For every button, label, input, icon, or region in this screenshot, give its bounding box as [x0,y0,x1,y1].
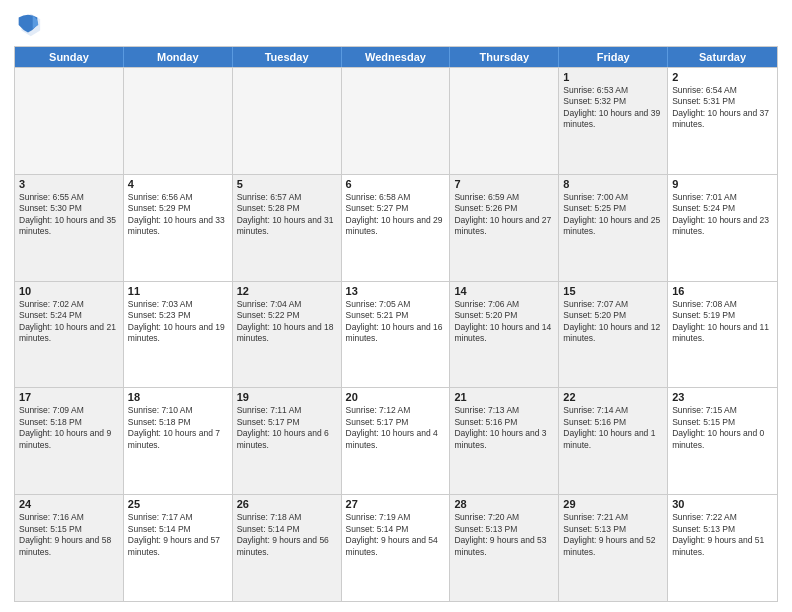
calendar-cell: 1Sunrise: 6:53 AM Sunset: 5:32 PM Daylig… [559,68,668,174]
cell-info: Sunrise: 7:00 AM Sunset: 5:25 PM Dayligh… [563,192,663,238]
calendar-cell: 25Sunrise: 7:17 AM Sunset: 5:14 PM Dayli… [124,495,233,601]
calendar-cell: 10Sunrise: 7:02 AM Sunset: 5:24 PM Dayli… [15,282,124,388]
calendar-cell [342,68,451,174]
calendar-cell: 6Sunrise: 6:58 AM Sunset: 5:27 PM Daylig… [342,175,451,281]
day-number: 21 [454,391,554,403]
calendar-cell: 18Sunrise: 7:10 AM Sunset: 5:18 PM Dayli… [124,388,233,494]
day-number: 25 [128,498,228,510]
calendar-cell: 15Sunrise: 7:07 AM Sunset: 5:20 PM Dayli… [559,282,668,388]
calendar-body: 1Sunrise: 6:53 AM Sunset: 5:32 PM Daylig… [15,67,777,601]
cell-info: Sunrise: 7:03 AM Sunset: 5:23 PM Dayligh… [128,299,228,345]
cell-info: Sunrise: 7:12 AM Sunset: 5:17 PM Dayligh… [346,405,446,451]
calendar-cell: 16Sunrise: 7:08 AM Sunset: 5:19 PM Dayli… [668,282,777,388]
calendar-cell [233,68,342,174]
cell-info: Sunrise: 6:53 AM Sunset: 5:32 PM Dayligh… [563,85,663,131]
calendar-cell: 22Sunrise: 7:14 AM Sunset: 5:16 PM Dayli… [559,388,668,494]
cell-info: Sunrise: 6:54 AM Sunset: 5:31 PM Dayligh… [672,85,773,131]
calendar-cell [15,68,124,174]
day-number: 4 [128,178,228,190]
cell-info: Sunrise: 7:20 AM Sunset: 5:13 PM Dayligh… [454,512,554,558]
calendar-cell: 17Sunrise: 7:09 AM Sunset: 5:18 PM Dayli… [15,388,124,494]
calendar-cell [450,68,559,174]
day-number: 15 [563,285,663,297]
calendar-cell: 3Sunrise: 6:55 AM Sunset: 5:30 PM Daylig… [15,175,124,281]
day-number: 5 [237,178,337,190]
logo-icon [14,10,42,38]
calendar-cell: 24Sunrise: 7:16 AM Sunset: 5:15 PM Dayli… [15,495,124,601]
cell-info: Sunrise: 7:17 AM Sunset: 5:14 PM Dayligh… [128,512,228,558]
calendar-cell [124,68,233,174]
cell-info: Sunrise: 7:04 AM Sunset: 5:22 PM Dayligh… [237,299,337,345]
cell-info: Sunrise: 6:55 AM Sunset: 5:30 PM Dayligh… [19,192,119,238]
calendar-row-5: 24Sunrise: 7:16 AM Sunset: 5:15 PM Dayli… [15,494,777,601]
calendar-cell: 23Sunrise: 7:15 AM Sunset: 5:15 PM Dayli… [668,388,777,494]
calendar-cell: 14Sunrise: 7:06 AM Sunset: 5:20 PM Dayli… [450,282,559,388]
day-number: 10 [19,285,119,297]
day-number: 20 [346,391,446,403]
cell-info: Sunrise: 7:15 AM Sunset: 5:15 PM Dayligh… [672,405,773,451]
weekday-header-monday: Monday [124,47,233,67]
weekday-header-saturday: Saturday [668,47,777,67]
weekday-header-sunday: Sunday [15,47,124,67]
day-number: 3 [19,178,119,190]
calendar-cell: 12Sunrise: 7:04 AM Sunset: 5:22 PM Dayli… [233,282,342,388]
calendar-cell: 30Sunrise: 7:22 AM Sunset: 5:13 PM Dayli… [668,495,777,601]
day-number: 14 [454,285,554,297]
day-number: 11 [128,285,228,297]
cell-info: Sunrise: 7:07 AM Sunset: 5:20 PM Dayligh… [563,299,663,345]
calendar-row-2: 3Sunrise: 6:55 AM Sunset: 5:30 PM Daylig… [15,174,777,281]
day-number: 18 [128,391,228,403]
cell-info: Sunrise: 7:22 AM Sunset: 5:13 PM Dayligh… [672,512,773,558]
weekday-header-thursday: Thursday [450,47,559,67]
calendar: SundayMondayTuesdayWednesdayThursdayFrid… [14,46,778,602]
calendar-row-3: 10Sunrise: 7:02 AM Sunset: 5:24 PM Dayli… [15,281,777,388]
day-number: 8 [563,178,663,190]
calendar-cell: 27Sunrise: 7:19 AM Sunset: 5:14 PM Dayli… [342,495,451,601]
cell-info: Sunrise: 6:56 AM Sunset: 5:29 PM Dayligh… [128,192,228,238]
day-number: 9 [672,178,773,190]
calendar-cell: 29Sunrise: 7:21 AM Sunset: 5:13 PM Dayli… [559,495,668,601]
calendar-cell: 20Sunrise: 7:12 AM Sunset: 5:17 PM Dayli… [342,388,451,494]
cell-info: Sunrise: 7:06 AM Sunset: 5:20 PM Dayligh… [454,299,554,345]
calendar-cell: 11Sunrise: 7:03 AM Sunset: 5:23 PM Dayli… [124,282,233,388]
day-number: 27 [346,498,446,510]
day-number: 17 [19,391,119,403]
weekday-header-tuesday: Tuesday [233,47,342,67]
calendar-row-1: 1Sunrise: 6:53 AM Sunset: 5:32 PM Daylig… [15,67,777,174]
calendar-cell: 19Sunrise: 7:11 AM Sunset: 5:17 PM Dayli… [233,388,342,494]
day-number: 16 [672,285,773,297]
logo [14,10,46,38]
cell-info: Sunrise: 6:59 AM Sunset: 5:26 PM Dayligh… [454,192,554,238]
cell-info: Sunrise: 7:21 AM Sunset: 5:13 PM Dayligh… [563,512,663,558]
cell-info: Sunrise: 7:09 AM Sunset: 5:18 PM Dayligh… [19,405,119,451]
day-number: 19 [237,391,337,403]
cell-info: Sunrise: 7:08 AM Sunset: 5:19 PM Dayligh… [672,299,773,345]
calendar-cell: 8Sunrise: 7:00 AM Sunset: 5:25 PM Daylig… [559,175,668,281]
day-number: 7 [454,178,554,190]
cell-info: Sunrise: 7:10 AM Sunset: 5:18 PM Dayligh… [128,405,228,451]
day-number: 26 [237,498,337,510]
page: SundayMondayTuesdayWednesdayThursdayFrid… [0,0,792,612]
calendar-header: SundayMondayTuesdayWednesdayThursdayFrid… [15,47,777,67]
day-number: 2 [672,71,773,83]
day-number: 12 [237,285,337,297]
day-number: 13 [346,285,446,297]
calendar-cell: 9Sunrise: 7:01 AM Sunset: 5:24 PM Daylig… [668,175,777,281]
cell-info: Sunrise: 6:57 AM Sunset: 5:28 PM Dayligh… [237,192,337,238]
day-number: 28 [454,498,554,510]
cell-info: Sunrise: 7:01 AM Sunset: 5:24 PM Dayligh… [672,192,773,238]
header [14,10,778,38]
day-number: 1 [563,71,663,83]
calendar-cell: 2Sunrise: 6:54 AM Sunset: 5:31 PM Daylig… [668,68,777,174]
weekday-header-wednesday: Wednesday [342,47,451,67]
cell-info: Sunrise: 7:02 AM Sunset: 5:24 PM Dayligh… [19,299,119,345]
cell-info: Sunrise: 7:18 AM Sunset: 5:14 PM Dayligh… [237,512,337,558]
calendar-cell: 26Sunrise: 7:18 AM Sunset: 5:14 PM Dayli… [233,495,342,601]
day-number: 24 [19,498,119,510]
cell-info: Sunrise: 7:16 AM Sunset: 5:15 PM Dayligh… [19,512,119,558]
day-number: 6 [346,178,446,190]
calendar-cell: 28Sunrise: 7:20 AM Sunset: 5:13 PM Dayli… [450,495,559,601]
calendar-cell: 5Sunrise: 6:57 AM Sunset: 5:28 PM Daylig… [233,175,342,281]
cell-info: Sunrise: 7:14 AM Sunset: 5:16 PM Dayligh… [563,405,663,451]
calendar-cell: 7Sunrise: 6:59 AM Sunset: 5:26 PM Daylig… [450,175,559,281]
